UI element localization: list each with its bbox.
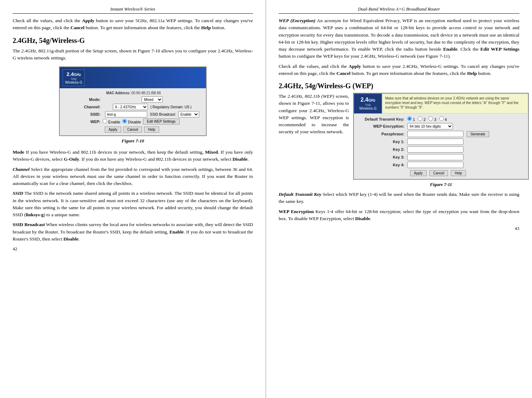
ssid-row: SSID: SSID Broadcast: Enable Disable bbox=[64, 111, 202, 117]
passphrase-input[interactable] bbox=[407, 131, 463, 137]
apply-button-fig10[interactable]: Apply bbox=[105, 127, 121, 133]
logo-54g: 54g bbox=[65, 77, 82, 81]
wep-enc-select[interactable]: 64 bits 10 hex digits 128 bits 26 hex di… bbox=[407, 123, 453, 129]
channel-select[interactable]: 6 - 2.437GHz bbox=[113, 104, 148, 110]
key4-radio[interactable] bbox=[439, 116, 444, 121]
section2-layout: The 2.4GHz, 802.11b (WEP) screen, shown … bbox=[279, 93, 519, 187]
key3-radio-label[interactable]: 3 bbox=[428, 116, 436, 122]
key4-label: Key 4: bbox=[358, 163, 407, 167]
figure-7-11-caption: Figure 7-11 bbox=[353, 182, 529, 187]
cancel-button-fig10[interactable]: Cancel bbox=[123, 127, 142, 133]
ssid-broadcast-select[interactable]: Enable Disable bbox=[178, 111, 199, 117]
ssid-paragraph: SSID The SSID is the network name shared… bbox=[13, 190, 253, 218]
key2-row: Key 2: bbox=[358, 146, 524, 153]
mode-label: Mode: bbox=[64, 97, 103, 102]
key2-radio-label[interactable]: 2 bbox=[418, 116, 426, 122]
default-key-paragraph: Default Transmit Key Select which WEP ke… bbox=[279, 191, 519, 205]
ssid-input[interactable] bbox=[105, 111, 147, 117]
passphrase-label: Passphrase: bbox=[358, 132, 407, 136]
key4-row: Key 4: bbox=[358, 162, 524, 168]
key4-input[interactable] bbox=[407, 162, 463, 168]
right-header: Dual-Band Wireless A+G Broadband Router bbox=[279, 6, 519, 14]
router-logo: 2.4GHz 54g Wireless-G bbox=[63, 69, 85, 86]
key1-row: Key 1: bbox=[358, 139, 524, 145]
key1-input[interactable] bbox=[407, 139, 463, 145]
wep-disable-label[interactable]: Disable bbox=[122, 119, 141, 124]
key3-label: Key 3: bbox=[358, 155, 407, 159]
section2-heading: 2.4GHz, 54g/Wireless-G (WEP) bbox=[279, 82, 519, 90]
wep-disable-radio[interactable] bbox=[122, 119, 127, 123]
key4-value[interactable] bbox=[407, 162, 524, 168]
wep-radio-group: Enable Disable Edit WEP Settings bbox=[103, 118, 202, 124]
default-key-label: Default Transmit Key: bbox=[358, 117, 407, 121]
mac-address-value: 00:90:4B:21:BB:88 bbox=[131, 91, 161, 95]
key3-value[interactable] bbox=[407, 154, 524, 160]
mode-paragraph: Mode If you have Wireless-G and 802.11b … bbox=[13, 149, 253, 163]
wep-encryption-paragraph: WEP (Encryption) An acronym for Wired Eq… bbox=[279, 17, 519, 60]
wep-enable-radio[interactable] bbox=[103, 119, 107, 123]
mode-select[interactable]: Mixed G-Only Disable bbox=[142, 96, 163, 103]
passphrase-row: Passphrase: Generate bbox=[358, 131, 524, 137]
key2-input[interactable] bbox=[407, 146, 463, 153]
router-ui-fig10: 2.4GHz 54g Wireless-G MAC Address: 00:90… bbox=[59, 66, 207, 136]
wep-logo-name: Wireless-G bbox=[358, 107, 378, 110]
wep-body: Default Transmit Key: 1 2 3 4 bbox=[354, 114, 528, 179]
wep-notice: Make sure that all wireless devices on y… bbox=[382, 94, 528, 114]
figure-7-11-container: 2.4GHz 54g Wireless-G Make sure that all… bbox=[353, 93, 529, 187]
logo-name: Wireless-G bbox=[65, 81, 82, 84]
key1-value[interactable] bbox=[407, 139, 524, 145]
figure-7-10-caption: Figure 7-10 bbox=[13, 138, 253, 144]
default-key-value: 1 2 3 4 bbox=[407, 116, 524, 122]
wep-enable-label[interactable]: Enable bbox=[103, 119, 120, 124]
wep-logo: 2.4GHz 54g Wireless-G bbox=[354, 94, 382, 114]
key2-value[interactable] bbox=[407, 146, 524, 153]
channel-label: Channel: bbox=[64, 105, 103, 109]
passphrase-value[interactable]: Generate bbox=[407, 131, 524, 137]
ssid-value[interactable]: SSID Broadcast: Enable Disable bbox=[103, 111, 202, 117]
wep-notice-text: Make sure that all wireless devices on y… bbox=[385, 96, 519, 109]
key3-radio[interactable] bbox=[428, 116, 433, 121]
key2-label: Key 2: bbox=[358, 147, 407, 152]
key2-radio[interactable] bbox=[418, 116, 422, 121]
router-body: MAC Address: 00:90:4B:21:BB:88 Mode: Mix… bbox=[60, 88, 206, 135]
wep-value: Enable Disable Edit WEP Settings bbox=[103, 118, 202, 124]
left-column: Instant Wireless® Series Check all the v… bbox=[0, 0, 266, 398]
wep-logo-54g: 54g bbox=[358, 103, 378, 107]
help-button-fig10[interactable]: Help bbox=[144, 127, 159, 133]
channel-row: Channel: 6 - 2.437GHz ( Regulatory Domai… bbox=[64, 104, 202, 110]
edit-wep-settings-button[interactable]: Edit WEP Settings bbox=[143, 118, 180, 124]
wep-header: 2.4GHz 54g Wireless-G Make sure that all… bbox=[354, 94, 528, 114]
wep-logo-ghz: 2.4GHz bbox=[358, 97, 378, 103]
key1-radio[interactable] bbox=[407, 116, 412, 121]
key1-radio-label[interactable]: 1 bbox=[407, 116, 415, 122]
apply-button-fig11[interactable]: Apply bbox=[410, 170, 427, 176]
mode-row: Mode: Mixed G-Only Disable bbox=[64, 96, 202, 103]
wep-label: WEP: bbox=[64, 120, 103, 124]
help-button-fig11[interactable]: Help bbox=[451, 170, 466, 176]
channel-value[interactable]: 6 - 2.437GHz ( Regulatory Domain: US ) bbox=[103, 104, 202, 110]
left-footer: 42 bbox=[13, 246, 253, 252]
mode-value[interactable]: Mixed G-Only Disable bbox=[103, 96, 202, 103]
generate-button[interactable]: Generate bbox=[467, 131, 489, 137]
key3-row: Key 3: bbox=[358, 154, 524, 160]
figure-7-10-container: 2.4GHz 54g Wireless-G MAC Address: 00:90… bbox=[13, 66, 253, 144]
wep-ui-fig11: 2.4GHz 54g Wireless-G Make sure that all… bbox=[353, 93, 529, 180]
wep-enc-label: WEP Encryption: bbox=[358, 124, 407, 128]
router-buttons: Apply Cancel Help bbox=[64, 127, 202, 133]
ssid-broadcast-paragraph: SSID Broadcast When wireless clients sur… bbox=[13, 221, 253, 243]
cancel-button-fig11[interactable]: Cancel bbox=[429, 170, 448, 176]
right-column: Dual-Band Wireless A+G Broadband Router … bbox=[266, 0, 532, 398]
wep-enc-value[interactable]: 64 bits 10 hex digits 128 bits 26 hex di… bbox=[407, 123, 524, 129]
section1-heading: 2.4GHz, 54g/Wireless-G bbox=[13, 37, 253, 45]
key3-input[interactable] bbox=[407, 154, 463, 160]
router-header: 2.4GHz 54g Wireless-G bbox=[60, 67, 206, 88]
regulatory-text: ( Regulatory Domain: US ) bbox=[150, 105, 192, 109]
intro-paragraph: Check all the values, and click the Appl… bbox=[13, 17, 253, 32]
ssid-label: SSID: bbox=[64, 112, 103, 116]
check-paragraph: Check all the values, and click the Appl… bbox=[279, 63, 519, 77]
wep-row: WEP: Enable Disable Edit WEP Settings bbox=[64, 118, 202, 124]
key4-radio-label[interactable]: 4 bbox=[439, 116, 447, 122]
key1-label: Key 1: bbox=[358, 140, 407, 144]
left-header-text: Instant Wireless® Series bbox=[110, 6, 155, 12]
transmit-key-radio-group: 1 2 3 4 bbox=[407, 116, 524, 122]
